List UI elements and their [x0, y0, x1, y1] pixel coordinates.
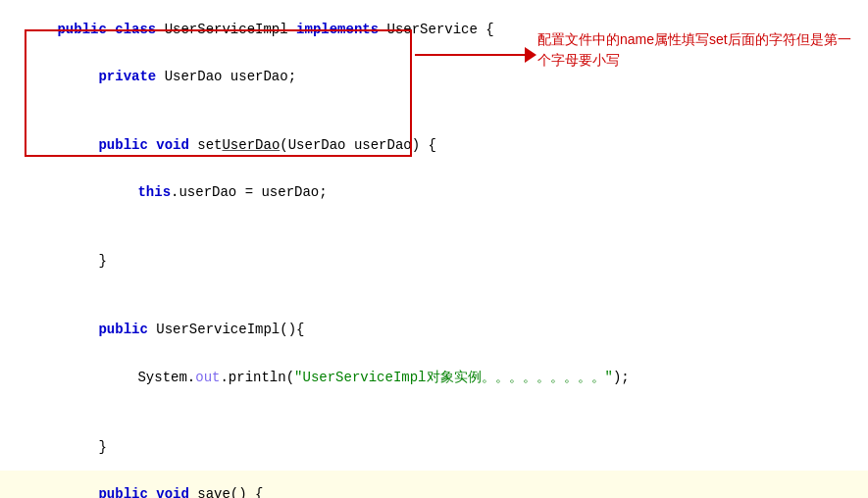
code-line-12: } — [0, 423, 868, 471]
code-line-6 — [0, 216, 868, 237]
code-line-10: System.out.println("UserServiceImpl对象实例。… — [0, 353, 868, 402]
code-line-13: public void save() { — [0, 471, 868, 498]
keyword-class: class — [115, 22, 164, 37]
annotation-text: 配置文件中的name属性填写set后面的字符但是第一个字母要小写 — [537, 29, 861, 71]
keyword-public3: public — [98, 322, 156, 337]
keyword-private: private — [98, 69, 164, 84]
method-userdao: UserDao — [222, 137, 280, 153]
keyword-public2: public — [98, 137, 156, 153]
out-keyword: out — [195, 370, 220, 385]
keyword-public: public — [57, 22, 115, 37]
println-close: ); — [613, 370, 630, 385]
code-line-5: this.userDao = userDao; — [0, 169, 868, 216]
keyword-implements: implements — [296, 22, 386, 37]
close-brace-2: } — [98, 439, 106, 455]
interface-name: UserService { — [387, 22, 494, 37]
save-method: save() { — [197, 486, 263, 498]
code-editor: public class UserServiceImpl implements … — [0, 0, 868, 498]
code-line-9: public UserServiceImpl(){ — [0, 306, 868, 353]
annotation-arrow-line — [415, 54, 528, 56]
code-line-4: public void setUserDao(UserDao userDao) … — [0, 122, 868, 169]
code-line-11 — [0, 402, 868, 423]
method-params: (UserDao userDao) { — [280, 137, 436, 153]
system-out: System. — [137, 370, 195, 385]
keyword-void2: void — [156, 486, 197, 498]
keyword-public4: public — [98, 486, 156, 498]
keyword-void: void — [156, 137, 197, 153]
code-line-8 — [0, 284, 868, 306]
code-line-7: } — [0, 237, 868, 284]
class-name: UserServiceImpl — [165, 22, 296, 37]
close-brace-1: } — [98, 253, 106, 269]
println-string: "UserServiceImpl对象实例。。。。。。。。。" — [294, 370, 613, 385]
constructor-name: UserServiceImpl(){ — [156, 322, 304, 337]
keyword-this: this — [137, 184, 171, 200]
println-call: .println( — [220, 370, 294, 385]
field-type: UserDao userDao; — [165, 69, 296, 84]
method-set-prefix: set — [197, 137, 222, 153]
annotation-arrowhead — [525, 47, 536, 63]
code-line-3 — [0, 100, 868, 122]
assignment: .userDao = userDao; — [171, 184, 328, 200]
